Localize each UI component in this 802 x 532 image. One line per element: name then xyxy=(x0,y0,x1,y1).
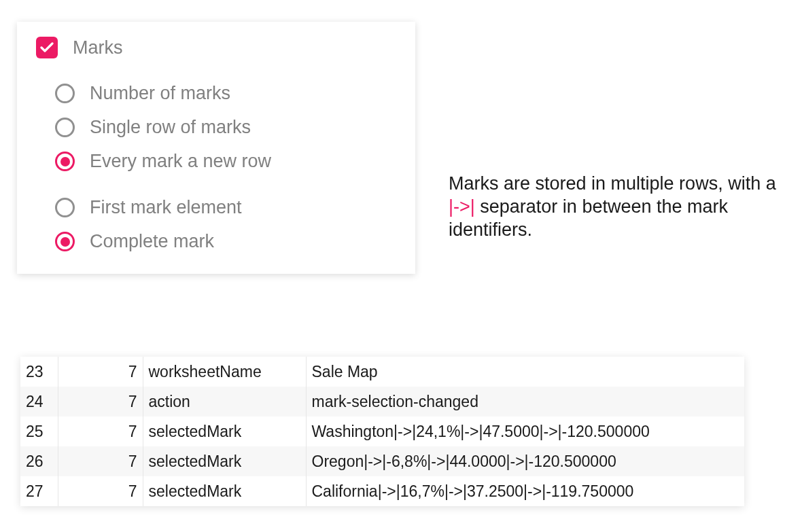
cell-key: selectedMark xyxy=(143,416,306,446)
table-row: 24 7 action mark-selection-changed xyxy=(20,387,744,416)
cell-key: selectedMark xyxy=(143,476,306,506)
cell-key: selectedMark xyxy=(143,446,306,476)
cell-key: action xyxy=(143,387,306,416)
radio-icon-selected xyxy=(55,232,75,251)
radio-single-row-of-marks[interactable]: Single row of marks xyxy=(55,117,396,138)
table-row: 25 7 selectedMark Washington|->|24,1%|->… xyxy=(20,416,744,446)
cell-seq: 7 xyxy=(58,357,143,387)
radio-group-1: Number of marks Single row of marks Ever… xyxy=(36,83,396,252)
radio-icon xyxy=(55,118,75,137)
radio-complete-mark[interactable]: Complete mark xyxy=(55,231,396,252)
annotation-separator: |->| xyxy=(449,196,475,217)
cell-value: Sale Map xyxy=(306,357,744,387)
marks-title: Marks xyxy=(73,37,123,58)
cell-value: Washington|->|24,1%|->|47.5000|->|-120.5… xyxy=(306,416,744,446)
cell-seq: 7 xyxy=(58,446,143,476)
marks-header-row: Marks xyxy=(36,37,396,58)
annotation-text: Marks are stored in multiple rows, with … xyxy=(449,173,782,241)
radio-label: Every mark a new row xyxy=(90,151,271,172)
cell-key: worksheetName xyxy=(143,357,306,387)
radio-label: Complete mark xyxy=(90,231,214,252)
cell-rownum: 23 xyxy=(20,357,58,387)
annotation-post: separator in between the mark identifier… xyxy=(449,196,728,240)
cell-seq: 7 xyxy=(58,387,143,416)
radio-every-mark-a-new-row[interactable]: Every mark a new row xyxy=(55,151,396,172)
radio-label: Number of marks xyxy=(90,83,230,104)
cell-seq: 7 xyxy=(58,476,143,506)
marks-checkbox[interactable] xyxy=(36,37,58,58)
cell-rownum: 24 xyxy=(20,387,58,416)
check-icon xyxy=(40,42,54,53)
table-row: 27 7 selectedMark California|->|16,7%|->… xyxy=(20,476,744,506)
radio-icon xyxy=(55,198,75,217)
radio-icon xyxy=(55,84,75,103)
table-row: 23 7 worksheetName Sale Map xyxy=(20,357,744,387)
radio-label: Single row of marks xyxy=(90,117,251,138)
radio-number-of-marks[interactable]: Number of marks xyxy=(55,83,396,104)
radio-icon-selected xyxy=(55,152,75,171)
cell-rownum: 25 xyxy=(20,416,58,446)
cell-value: mark-selection-changed xyxy=(306,387,744,416)
cell-seq: 7 xyxy=(58,416,143,446)
marks-options-panel: Marks Number of marks Single row of mark… xyxy=(17,22,415,274)
table-row: 26 7 selectedMark Oregon|->|-6,8%|->|44.… xyxy=(20,446,744,476)
radio-first-mark-element[interactable]: First mark element xyxy=(55,197,396,218)
cell-value: Oregon|->|-6,8%|->|44.0000|->|-120.50000… xyxy=(306,446,744,476)
cell-rownum: 27 xyxy=(20,476,58,506)
annotation-pre: Marks are stored in multiple rows, with … xyxy=(449,173,776,194)
cell-value: California|->|16,7%|->|37.2500|->|-119.7… xyxy=(306,476,744,506)
radio-label: First mark element xyxy=(90,197,242,218)
data-table: 23 7 worksheetName Sale Map 24 7 action … xyxy=(20,357,744,506)
cell-rownum: 26 xyxy=(20,446,58,476)
